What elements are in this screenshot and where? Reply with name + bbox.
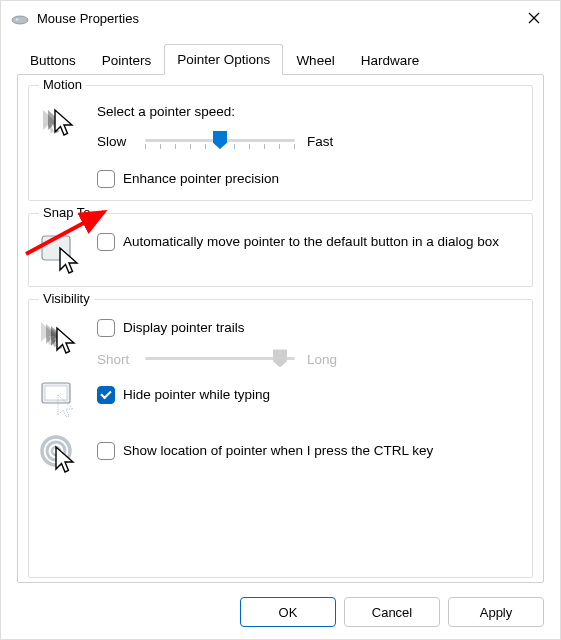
motion-cursor-icon [39, 104, 83, 140]
snap-to-icon [39, 232, 83, 274]
pointer-speed-label: Select a pointer speed: [97, 104, 522, 119]
ctrl-locate-icon [39, 433, 83, 477]
tab-wheel[interactable]: Wheel [283, 45, 347, 75]
snap-to-checkbox[interactable] [97, 233, 115, 251]
ctrl-locate-label: Show location of pointer when I press th… [123, 441, 433, 460]
tab-pointer-options[interactable]: Pointer Options [164, 44, 283, 75]
pointer-speed-slider[interactable] [145, 129, 295, 153]
hide-typing-icon [39, 379, 83, 419]
svg-point-0 [12, 16, 28, 24]
fast-label: Fast [307, 134, 343, 149]
svg-rect-6 [45, 386, 67, 400]
close-button[interactable] [514, 4, 554, 32]
long-label: Long [307, 352, 343, 367]
group-legend-motion: Motion [39, 77, 86, 92]
slow-label: Slow [97, 134, 133, 149]
group-legend-visibility: Visibility [39, 291, 94, 306]
tab-buttons[interactable]: Buttons [17, 45, 89, 75]
ctrl-locate-checkbox[interactable] [97, 442, 115, 460]
svg-point-1 [16, 19, 19, 21]
pointer-trails-checkbox[interactable] [97, 319, 115, 337]
group-snap-to: Snap To Automatically move pointer to th… [28, 213, 533, 287]
dialog-button-bar: OK Cancel Apply [1, 589, 560, 639]
tab-panel: Motion Select a pointer speed: Slow [17, 74, 544, 583]
hide-typing-label: Hide pointer while typing [123, 385, 270, 404]
cancel-button[interactable]: Cancel [344, 597, 440, 627]
titlebar: Mouse Properties [1, 1, 560, 35]
tab-hardware[interactable]: Hardware [348, 45, 433, 75]
pointer-trails-label: Display pointer trails [123, 318, 245, 337]
enhance-precision-checkbox[interactable] [97, 170, 115, 188]
trails-icon [39, 318, 83, 358]
apply-button[interactable]: Apply [448, 597, 544, 627]
short-label: Short [97, 352, 133, 367]
mouse-icon [11, 13, 29, 23]
ok-button[interactable]: OK [240, 597, 336, 627]
snap-to-label: Automatically move pointer to the defaul… [123, 232, 499, 251]
mouse-properties-dialog: Mouse Properties Buttons Pointers Pointe… [0, 0, 561, 640]
tab-strip: Buttons Pointers Pointer Options Wheel H… [1, 35, 560, 74]
window-title: Mouse Properties [37, 11, 514, 26]
group-motion: Motion Select a pointer speed: Slow [28, 85, 533, 201]
group-legend-snap-to: Snap To [39, 205, 94, 220]
tab-pointers[interactable]: Pointers [89, 45, 165, 75]
enhance-precision-label: Enhance pointer precision [123, 169, 279, 188]
hide-typing-checkbox[interactable] [97, 386, 115, 404]
trails-slider [145, 347, 295, 371]
group-visibility: Visibility Display pointer trails [28, 299, 533, 578]
